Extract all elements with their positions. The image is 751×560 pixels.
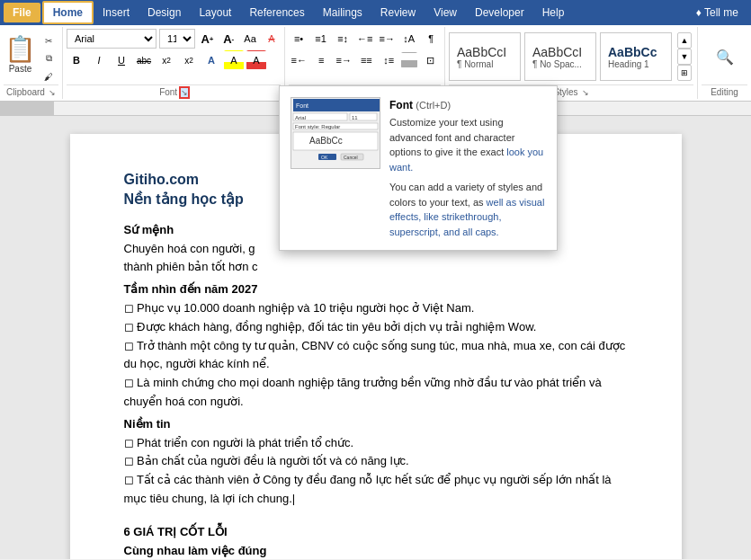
menu-insert[interactable]: Insert	[94, 3, 139, 22]
doc-values-subheading: Cùng nhau làm việc đúng	[124, 542, 628, 559]
menu-mailings[interactable]: Mailings	[314, 3, 371, 22]
font-size-select[interactable]: 11	[159, 29, 195, 49]
doc-vision-2: ◻ Được khách hàng, đồng nghiệp, đối tác …	[124, 318, 628, 337]
style-heading1[interactable]: AaBbCc Heading 1	[600, 32, 672, 81]
svg-text:11: 11	[352, 116, 358, 120]
menu-view[interactable]: View	[425, 3, 466, 22]
numbering-button[interactable]: ≡1	[311, 29, 331, 49]
style-normal-label: ¶ Normal	[457, 59, 513, 69]
copy-button[interactable]: ⧉	[39, 50, 58, 67]
font-group: Arial 11 A+ A- Aa A B I U abc x2 x2 A A …	[63, 27, 285, 99]
paste-icon: 📋	[4, 34, 36, 64]
superscript-button[interactable]: x2	[179, 50, 199, 70]
document-page: Gitiho.com Nền tảng học tập và tổ chức S…	[70, 134, 682, 559]
styles-launcher-button[interactable]: ↘	[582, 88, 589, 97]
doc-values-heading: 6 GIÁ TRỊ CỐT LỖI	[124, 523, 628, 542]
doc-belief-1: ◻ Phát triển con người là phát triển tổ …	[124, 434, 628, 453]
styles-scroll-up[interactable]: ▲	[677, 32, 692, 49]
text-effect-button[interactable]: A	[201, 50, 221, 70]
font-color-button[interactable]: A	[246, 50, 266, 70]
cut-button[interactable]: ✂	[39, 32, 58, 49]
svg-text:Arial: Arial	[295, 116, 306, 120]
doc-belief-label: Niềm tin	[124, 415, 628, 434]
styles-scroll-down[interactable]: ▼	[677, 49, 692, 65]
line-spacing-button[interactable]: ↕≡	[379, 50, 398, 70]
change-case-button[interactable]: Aa	[241, 29, 260, 49]
svg-text:OK: OK	[321, 155, 328, 160]
bold-button[interactable]: B	[67, 50, 86, 70]
doc-belief-3: ◻ Tất cả các thành viên ở Công ty đều đa…	[124, 471, 628, 509]
align-left-button[interactable]: ≡←	[289, 50, 308, 70]
font-grow-button[interactable]: A+	[198, 29, 217, 49]
svg-text:AaBbCc: AaBbCc	[309, 136, 343, 146]
doc-vision-4: ◻ Là minh chứng cho mọi doanh nghiệp tăn…	[124, 374, 628, 412]
strikethrough-button[interactable]: abc	[134, 50, 154, 70]
style-no-space-label: ¶ No Spac...	[532, 59, 588, 69]
doc-belief-2: ◻ Bản chất của người đều là người tốt và…	[124, 452, 628, 471]
font-name-select[interactable]: Arial	[67, 29, 156, 49]
align-right-button[interactable]: ≡→	[334, 50, 353, 70]
font-shrink-button[interactable]: A-	[219, 29, 238, 49]
search-button[interactable]: 🔍	[715, 47, 735, 67]
paste-label: Paste	[9, 64, 32, 74]
editing-group: 🔍 Editing	[697, 27, 751, 99]
styles-scroll: ▲ ▼ ⊞	[675, 31, 693, 83]
style-normal[interactable]: AaBbCcI ¶ Normal	[449, 32, 521, 81]
clipboard-launcher[interactable]: ↘	[49, 88, 56, 97]
doc-vision-label: Tầm nhìn đến năm 2027	[124, 280, 628, 299]
bullets-button[interactable]: ≡•	[289, 29, 308, 49]
font-launcher-button[interactable]: ↘	[181, 88, 188, 97]
style-heading1-preview: AaBbCc	[608, 45, 664, 59]
font-tooltip: Font Arial 11 Font style: Regular AaBbCc…	[279, 116, 558, 251]
style-normal-preview: AaBbCcI	[457, 45, 513, 59]
clipboard-group: 📋 Paste ✂ ⧉ 🖌 Clipboard ↘	[0, 27, 63, 99]
menu-bar: File Home Insert Design Layout Reference…	[0, 0, 751, 25]
svg-text:Font style: Regular: Font style: Regular	[295, 124, 340, 129]
shading-button[interactable]	[401, 52, 417, 68]
document-area[interactable]: Gitiho.com Nền tảng học tập và tổ chức S…	[0, 116, 751, 559]
decrease-indent-button[interactable]: ←≡	[355, 29, 375, 49]
increase-indent-button[interactable]: ≡→	[377, 29, 397, 49]
clear-formatting-button[interactable]: A	[262, 29, 281, 49]
borders-button[interactable]: ⊡	[420, 50, 440, 70]
styles-expand[interactable]: ⊞	[677, 65, 692, 81]
doc-mission-text2: thành phiên bản tốt hơn c	[124, 258, 628, 277]
doc-vision-3: ◻ Trở thành một công ty tư quản, CBNV có…	[124, 337, 628, 375]
menu-design[interactable]: Design	[139, 3, 190, 22]
style-heading1-label: Heading 1	[608, 59, 664, 69]
style-no-space-preview: AaBbCcI	[532, 45, 588, 59]
italic-button[interactable]: I	[89, 50, 109, 70]
paste-button[interactable]: 📋 Paste	[4, 29, 37, 79]
multilevel-list-button[interactable]: ≡↕	[333, 29, 353, 49]
subscript-button[interactable]: x2	[156, 50, 176, 70]
show-formatting-button[interactable]: ¶	[422, 29, 442, 49]
menu-review[interactable]: Review	[371, 3, 425, 22]
menu-references[interactable]: References	[240, 3, 313, 22]
align-center-button[interactable]: ≡	[311, 50, 331, 70]
doc-vision-1: ◻ Phục vụ 10.000 doanh nghiệp và 10 triệ…	[124, 299, 628, 318]
svg-text:Cancel: Cancel	[344, 155, 358, 160]
menu-developer[interactable]: Developer	[466, 3, 533, 22]
menu-help[interactable]: Help	[533, 3, 574, 22]
clipboard-side: ✂ ⧉ 🖌	[39, 29, 58, 84]
menu-home[interactable]: Home	[42, 1, 94, 24]
sort-button[interactable]: ↕A	[399, 29, 419, 49]
justify-button[interactable]: ≡≡	[356, 50, 376, 70]
menu-layout[interactable]: Layout	[190, 3, 240, 22]
menu-tell-me[interactable]: ♦ Tell me	[687, 3, 747, 22]
underline-button[interactable]: U	[112, 50, 131, 70]
tooltip-text: Font (Ctrl+D) Customize your text using …	[389, 116, 546, 239]
editing-group-label: Editing	[702, 84, 747, 97]
style-no-space[interactable]: AaBbCcI ¶ No Spac...	[524, 32, 596, 81]
tooltip-image: Font Arial 11 Font style: Regular AaBbCc…	[291, 116, 380, 169]
font-group-label: Font ↘	[67, 84, 281, 97]
menu-file[interactable]: File	[4, 3, 40, 22]
clipboard-label: Clipboard ↘	[4, 84, 58, 97]
format-painter-button[interactable]: 🖌	[39, 68, 58, 84]
highlight-color-button[interactable]: A	[224, 50, 244, 70]
